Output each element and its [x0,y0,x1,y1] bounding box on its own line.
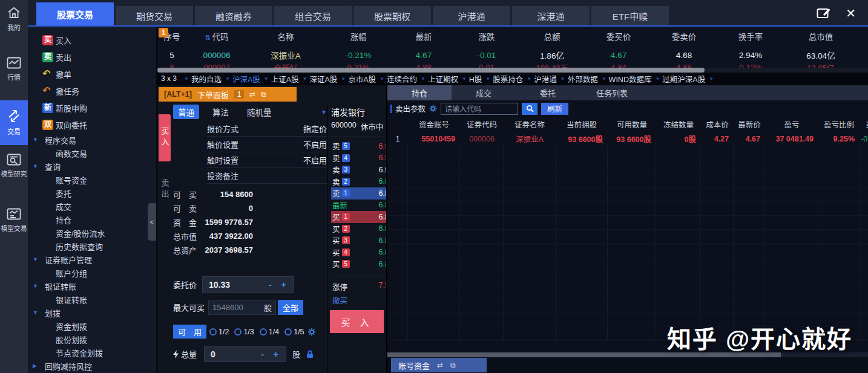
fraction-radio[interactable]: 1/3 [234,328,254,336]
menu-item[interactable]: 历史数据查询 [28,239,156,253]
menu-item[interactable]: ↶ 撤任务 [28,82,156,99]
book-level-row[interactable]: 买 4 6.8 [331,247,386,259]
market-tab[interactable]: ▼ 外部数据 [561,73,598,85]
mode-tab-normal[interactable]: 普通 [173,105,199,119]
price-minus-button[interactable]: - [269,279,272,290]
top-tab[interactable]: 股票期权 [353,6,431,25]
dropdown-caret-icon[interactable]: ▼ [321,109,327,115]
book-level-row[interactable]: 买 5 6.8 [331,258,386,270]
grid-layout-label[interactable]: 3 x 3 [161,74,177,83]
book-level-row[interactable]: 卖 3 6.9 [331,164,386,176]
menu-item[interactable]: ▼ 程序交易 [28,133,156,146]
position-row[interactable]: 1 55010459 000006 深振业A 93 6600股 93 6600股… [387,132,868,146]
col-header[interactable]: 总市值 [784,30,857,42]
col-header[interactable]: 当前拥股 [556,118,608,130]
market-tab[interactable]: ▼ H股 [462,73,482,85]
col-header[interactable]: 换手率 [717,30,784,42]
col-header[interactable]: 总额 [518,30,586,42]
account-funds-tab[interactable]: 账号资金 ⇄ ⧉ [391,358,487,372]
search-icon[interactable] [522,103,538,115]
sidebar-item-trade[interactable]: 交易 [0,100,28,145]
book-level-row[interactable]: 卖 2 6.8 [331,176,386,188]
settings-gear-icon[interactable] [429,105,437,112]
refresh-button[interactable]: 刷新 [541,103,568,115]
top-tab[interactable]: 融资融券 [195,6,272,25]
menu-item[interactable]: 资金/股份流水 [28,226,156,239]
book-level-row[interactable]: 卖 1 6.8 [331,187,386,199]
menu-item[interactable]: 股份划拨 [28,332,156,346]
menu-item[interactable]: ▼ 划拨 [28,306,156,319]
col-header[interactable]: 盈亏比例 [818,118,860,130]
book-level-row[interactable]: 卖 5 6.9 [331,140,386,152]
menu-item[interactable]: ▼ 查询 [28,160,156,173]
positions-tab[interactable]: 持仓 [387,85,452,100]
menu-item[interactable]: 资金划拨 [28,319,156,332]
market-tab[interactable]: ▼ WIND数据库 [602,73,652,85]
market-tab[interactable]: ▼ 股票持仓 [485,73,523,85]
cancel-buy-link[interactable]: 撤买 [331,294,386,306]
market-tab[interactable]: ▼ 上证A股 [264,73,299,85]
mode-tab-algo[interactable]: 算法 [208,105,234,119]
top-tab[interactable]: ETF申赎 [591,6,669,25]
swap-icon[interactable]: ⇄ [249,90,255,99]
popout-icon[interactable]: ⧉ [450,361,456,369]
side-tab-buy[interactable]: 买入 [159,114,171,161]
menu-item[interactable]: 节点资金划拨 [28,346,156,359]
book-level-row[interactable]: 最新 6.8 [331,199,386,212]
order-panel-header[interactable]: [ALT+1] 下单面板 1 ⇄ ⧉ [159,87,297,102]
col-header[interactable]: 名称 [247,30,324,42]
market-tab[interactable]: ▼ 沪港通 [527,73,556,85]
fraction-radio[interactable]: 1/5 [284,328,304,336]
top-tab[interactable]: 组合交易 [274,6,352,25]
fraction-radio[interactable]: 1/2 [209,328,229,336]
gear-icon[interactable] [307,328,316,336]
price-plus-button[interactable]: + [281,279,286,290]
market-tab[interactable]: ▼ 深证A股 [302,73,337,85]
book-level-row[interactable]: 买 3 6.8 [331,235,386,247]
order-setting-row[interactable]: 报价方式 指定价 [207,121,327,137]
menu-item[interactable]: 账号资金 [28,173,156,186]
market-tab[interactable]: ▼ 连续合约 [380,73,417,85]
quantity-plus-button[interactable]: + [273,349,278,359]
menu-item[interactable]: 双 双向委托 [28,116,156,133]
col-header[interactable]: 委卖价 [651,30,717,42]
menu-item[interactable]: 卖 卖出 [28,48,156,65]
menu-item[interactable]: 新 新股申购 [28,99,156,116]
quantity-minus-button[interactable]: - [261,349,264,359]
market-tab[interactable]: ▼ 京市A股 [341,73,376,85]
menu-item[interactable]: ▼ 证券账户管理 [28,253,156,266]
col-header[interactable]: 最新 [392,30,455,42]
dropdown-caret-icon[interactable]: ▼ [709,76,714,82]
popout-icon[interactable]: ⧉ [261,90,266,99]
quote-row[interactable]: 5 000006 深振业A -0.21% 4.67 -0.01 1.86亿 4.… [157,46,868,64]
order-setting-row[interactable]: 投资备注 [207,168,327,184]
col-header[interactable]: 最新价 [734,118,765,130]
col-header[interactable]: 可用数量 [608,118,656,130]
col-header[interactable]: 资金账号 [408,118,460,130]
side-tab-sell[interactable]: 卖出 [159,169,171,211]
market-tab[interactable]: ▼ 过期沪深A股 [655,73,705,85]
order-setting-row[interactable]: 触价设置 不启用 [207,137,327,152]
market-tab[interactable]: ▼ 沪深A股 [225,73,260,85]
positions-tab[interactable]: 任务列表 [580,85,644,100]
available-button[interactable]: 可 用 [173,325,206,339]
top-tab[interactable]: 深港通 [512,6,590,25]
order-setting-row[interactable]: 触时设置 不启用 [207,152,327,168]
col-header[interactable]: 当日盈亏 [860,118,868,130]
col-header[interactable]: 委买价 [586,30,651,42]
menu-item[interactable]: ↶ 撤单 [28,65,156,82]
menu-item[interactable]: ▶ 回购减持风控 [28,359,156,372]
book-level-row[interactable]: 买 2 6.8 [331,223,386,235]
menu-item[interactable]: 持仓 [28,213,156,226]
menu-item[interactable]: 委托 [28,186,156,199]
top-tab[interactable]: 期货交易 [116,6,193,25]
sidebar-item-market[interactable]: 行情 [0,52,28,87]
close-icon[interactable]: ✕ [846,7,856,19]
quantity-input[interactable]: 0 - + [204,346,286,362]
swap-icon[interactable]: ⇄ [437,361,443,369]
sidebar-item-model-trade[interactable]: 模型交易 [0,203,28,238]
col-header[interactable]: 冻结数量 [656,118,701,130]
col-header[interactable]: 涨跌 [455,30,518,42]
price-input[interactable]: 10.33 - + [202,276,294,293]
scrollbar-thumb[interactable] [157,68,705,73]
